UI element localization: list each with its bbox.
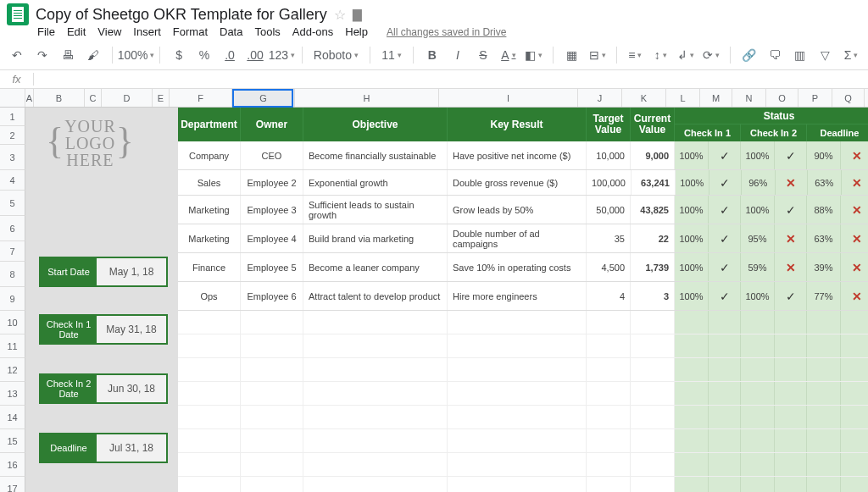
row-header-9[interactable]: 9 bbox=[0, 287, 25, 311]
cell-c2-icon[interactable]: ✓ bbox=[775, 196, 807, 224]
redo-icon[interactable]: ↷ bbox=[32, 44, 53, 66]
menu-data[interactable]: Data bbox=[220, 25, 242, 38]
cell-c1-pct[interactable]: 100% bbox=[675, 282, 709, 310]
chart-icon[interactable]: ▥ bbox=[790, 44, 810, 66]
empty-row[interactable] bbox=[178, 334, 868, 358]
cell-c1-pct[interactable]: 100% bbox=[675, 141, 709, 169]
col-header-J[interactable]: J bbox=[578, 89, 622, 107]
cell-c2-icon[interactable]: ✕ bbox=[776, 170, 808, 195]
cell-current[interactable]: 22 bbox=[631, 224, 675, 252]
rotate-icon[interactable]: ⟳ bbox=[701, 44, 721, 66]
h-align-icon[interactable]: ≡ bbox=[625, 44, 645, 66]
menu-view[interactable]: View bbox=[97, 25, 121, 38]
col-header-G[interactable]: G bbox=[232, 89, 295, 107]
col-header-E[interactable]: E bbox=[153, 89, 170, 107]
cell-dl-pct[interactable]: 88% bbox=[807, 196, 841, 224]
col-header-K[interactable]: K bbox=[622, 89, 666, 107]
cell-owner[interactable]: CEO bbox=[241, 141, 303, 169]
cell-c2-pct[interactable]: 95% bbox=[741, 224, 775, 252]
empty-row[interactable] bbox=[178, 358, 868, 382]
cell-c2-icon[interactable]: ✕ bbox=[775, 224, 807, 252]
col-header-D[interactable]: D bbox=[102, 89, 153, 107]
col-header-M[interactable]: M bbox=[700, 89, 732, 107]
date-card-3[interactable]: DeadlineJul 31, 18 bbox=[39, 433, 168, 463]
cell-owner[interactable]: Employee 5 bbox=[241, 253, 303, 281]
merge-icon[interactable]: ⊟ bbox=[587, 44, 608, 66]
fill-color-icon[interactable]: ◧ bbox=[524, 44, 544, 66]
cell-target[interactable]: 4 bbox=[587, 282, 631, 310]
cell-owner[interactable]: Employee 3 bbox=[241, 196, 303, 224]
cell-objective[interactable]: Attract talent to develop product bbox=[303, 282, 448, 310]
currency-button[interactable]: $ bbox=[169, 44, 189, 66]
cell-c2-pct[interactable]: 100% bbox=[741, 282, 775, 310]
cell-c1-pct[interactable]: 100% bbox=[675, 196, 709, 224]
cell-dept[interactable]: Marketing bbox=[178, 196, 241, 224]
functions-icon[interactable]: Σ bbox=[841, 44, 861, 66]
row-header-15[interactable]: 15 bbox=[0, 429, 25, 453]
cell-c1-pct[interactable]: 100% bbox=[675, 253, 709, 281]
empty-row[interactable] bbox=[178, 477, 868, 492]
cell-dept[interactable]: Marketing bbox=[178, 224, 241, 252]
decrease-decimal-button[interactable]: .0 bbox=[220, 44, 240, 66]
cell-c2-pct[interactable]: 96% bbox=[742, 170, 776, 195]
col-header-B[interactable]: B bbox=[34, 89, 85, 107]
cell-key-result[interactable]: Have positive net income ($) bbox=[448, 141, 587, 169]
row-header-16[interactable]: 16 bbox=[0, 453, 25, 477]
cell-current[interactable]: 43,825 bbox=[631, 196, 675, 224]
row-header-8[interactable]: 8 bbox=[0, 262, 25, 287]
cell-dl-icon[interactable]: ✕ bbox=[841, 224, 868, 252]
cell-dl-pct[interactable]: 90% bbox=[807, 141, 841, 169]
star-icon[interactable]: ☆ bbox=[334, 7, 346, 23]
date-card-0[interactable]: Start DateMay 1, 18 bbox=[39, 257, 168, 287]
empty-row[interactable] bbox=[178, 382, 868, 406]
formula-input[interactable] bbox=[34, 70, 868, 88]
okr-row[interactable]: MarketingEmployee 4Build brand via marke… bbox=[178, 224, 868, 253]
filter-icon[interactable]: ▽ bbox=[815, 44, 836, 66]
cell-dept[interactable]: Finance bbox=[178, 253, 241, 281]
cell-dl-icon[interactable]: ✕ bbox=[842, 170, 868, 195]
col-header-P[interactable]: P bbox=[798, 89, 832, 107]
empty-row[interactable] bbox=[178, 406, 868, 429]
cell-c1-icon[interactable]: ✓ bbox=[709, 253, 741, 281]
cell-current[interactable]: 63,241 bbox=[632, 170, 676, 195]
cell-key-result[interactable]: Double number of ad campaigns bbox=[448, 224, 587, 252]
increase-decimal-button[interactable]: .00 bbox=[245, 44, 265, 66]
row-header-7[interactable]: 7 bbox=[0, 241, 25, 262]
font-size-select[interactable]: 11 bbox=[379, 44, 404, 66]
cell-c2-icon[interactable]: ✕ bbox=[775, 253, 807, 281]
cell-dl-pct[interactable]: 63% bbox=[808, 170, 842, 195]
cell-c2-pct[interactable]: 100% bbox=[741, 141, 775, 169]
link-icon[interactable]: 🔗 bbox=[739, 44, 760, 66]
cell-dl-icon[interactable]: ✕ bbox=[841, 141, 868, 169]
cell-owner[interactable]: Employee 4 bbox=[241, 224, 303, 252]
okr-row[interactable]: SalesEmployee 2Exponential growthDouble … bbox=[178, 170, 868, 196]
cell-target[interactable]: 10,000 bbox=[587, 141, 631, 169]
v-align-icon[interactable]: ↕ bbox=[650, 44, 670, 66]
okr-row[interactable]: CompanyCEOBecome financially sustainable… bbox=[178, 141, 868, 170]
menu-insert[interactable]: Insert bbox=[133, 25, 161, 38]
menu-tools[interactable]: Tools bbox=[254, 25, 280, 38]
okr-row[interactable]: MarketingEmployee 3Sufficient leads to s… bbox=[178, 196, 868, 224]
cell-dl-pct[interactable]: 63% bbox=[807, 224, 841, 252]
cell-dept[interactable]: Company bbox=[178, 141, 241, 169]
borders-icon[interactable]: ▦ bbox=[562, 44, 582, 66]
menu-addons[interactable]: Add-ons bbox=[292, 25, 333, 38]
cell-objective[interactable]: Sufficient leads to sustain growth bbox=[303, 196, 448, 224]
okr-row[interactable]: OpsEmployee 6Attract talent to develop p… bbox=[178, 282, 868, 311]
cell-key-result[interactable]: Hire more engineers bbox=[448, 282, 587, 310]
cell-dl-pct[interactable]: 77% bbox=[807, 282, 841, 310]
row-header-11[interactable]: 11 bbox=[0, 334, 25, 358]
col-header-I[interactable]: I bbox=[439, 89, 578, 107]
cell-target[interactable]: 100,000 bbox=[587, 170, 632, 195]
menu-help[interactable]: Help bbox=[345, 25, 368, 38]
cell-c2-pct[interactable]: 59% bbox=[741, 253, 775, 281]
undo-icon[interactable]: ↶ bbox=[7, 44, 27, 66]
cell-c1-icon[interactable]: ✓ bbox=[709, 196, 741, 224]
empty-row[interactable] bbox=[178, 453, 868, 477]
cell-c1-icon[interactable]: ✓ bbox=[709, 224, 741, 252]
col-header-Q[interactable]: Q bbox=[832, 89, 865, 107]
cell-c1-pct[interactable]: 100% bbox=[676, 170, 709, 195]
menu-file[interactable]: File bbox=[37, 25, 55, 38]
cell-c2-icon[interactable]: ✓ bbox=[775, 282, 807, 310]
cell-key-result[interactable]: Double gross revenue ($) bbox=[448, 170, 587, 195]
